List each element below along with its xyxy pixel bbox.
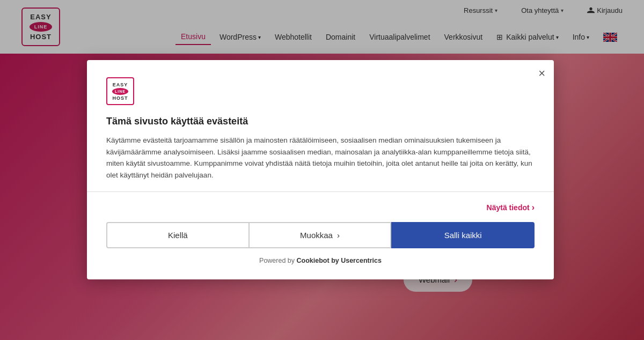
powered-by: Powered by Cookiebot by Usercentrics: [106, 257, 535, 264]
dialog-logo-line: LINE: [115, 90, 126, 93]
dialog-logo-box: EASY LINE HOST: [106, 77, 134, 105]
muokkaa-button[interactable]: Muokkaa ›: [250, 222, 392, 248]
cookiebot-link[interactable]: Cookiebot by Usercentrics: [297, 257, 382, 264]
muokkaa-arrow-icon: ›: [337, 231, 340, 240]
kiella-label: Kiellä: [168, 231, 188, 240]
powered-by-text: Powered by: [259, 257, 295, 264]
salli-kaikki-button[interactable]: Salli kaikki: [391, 222, 535, 248]
nayta-tiedot-arrow-icon: ›: [532, 203, 535, 212]
dialog-footer-top: Näytä tiedot ›: [106, 203, 535, 212]
muokkaa-label: Muokkaa: [300, 231, 333, 240]
cookie-dialog-title: Tämä sivusto käyttää evästeitä: [106, 116, 535, 127]
dialog-close-button[interactable]: ×: [538, 68, 545, 79]
dialog-logo-oval: LINE: [112, 88, 128, 95]
dialog-logo: EASY LINE HOST: [106, 77, 535, 105]
cookie-dialog-body: Käytämme evästeitä tarjoamamme sisällön …: [106, 135, 535, 181]
nayta-tiedot-link[interactable]: Näytä tiedot ›: [487, 203, 535, 212]
dialog-logo-host: HOST: [112, 95, 128, 101]
cookiebot-label: Cookiebot by Usercentrics: [297, 257, 382, 264]
dialog-divider: [87, 191, 554, 192]
salli-label: Salli kaikki: [444, 231, 482, 240]
nayta-tiedot-label: Näytä tiedot: [487, 203, 530, 212]
dialog-logo-easy: EASY: [113, 82, 128, 87]
kiella-button[interactable]: Kiellä: [106, 222, 250, 248]
cookie-dialog-buttons: Kiellä Muokkaa › Salli kaikki: [106, 222, 535, 248]
cookie-consent-dialog: × EASY LINE HOST Tämä sivusto käyttää ev…: [87, 60, 554, 279]
